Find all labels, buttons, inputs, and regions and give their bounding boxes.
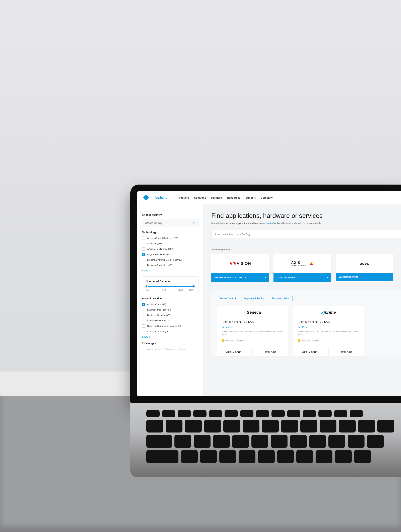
laptop-mockup: milestone Products Solutions Partners Re… bbox=[130, 184, 401, 477]
checkbox-icon bbox=[142, 330, 145, 333]
filter-tags: Access Control Augmented Reality Find lo… bbox=[217, 296, 401, 301]
laptop-keyboard bbox=[130, 403, 401, 477]
product-desc: Prevent Vandalism | Prevent Vandalism | … bbox=[298, 330, 359, 336]
filter-sidebar: Choose country Choose Country Technology… bbox=[137, 204, 203, 396]
product-desc: Prevent Vandalism | Prevent Vandalism | … bbox=[222, 330, 283, 336]
nav-company[interactable]: Company bbox=[261, 196, 272, 199]
partner-band[interactable]: HIKVISION IPSAN STORAGE › bbox=[211, 273, 269, 282]
brand-logo[interactable]: milestone bbox=[144, 195, 168, 200]
slider-ticks: <20 - <100 - <1000 1000+ bbox=[146, 289, 195, 291]
seneca-logo: Seneca bbox=[217, 306, 288, 319]
hikvision-logo: HIKVISION bbox=[211, 253, 269, 273]
camera-slider-card: Number of Cameras <20 - <100 - bbox=[142, 276, 199, 293]
challenges-label: Challenges bbox=[142, 342, 199, 345]
tech-item[interactable]: Access Control Systems (135) bbox=[142, 236, 199, 240]
chevron-right-icon: › bbox=[327, 276, 328, 279]
cert-row: ✓ Milestone Certified bbox=[222, 339, 283, 342]
slider-thumb-min[interactable] bbox=[145, 285, 148, 287]
partner-card-advancis[interactable]: advc WINGUARD PSIM bbox=[336, 253, 393, 282]
tech-show-all[interactable]: Show all bbox=[142, 269, 199, 272]
nav-resources[interactable]: Resources bbox=[227, 196, 240, 199]
technology-label: Technology bbox=[142, 231, 199, 234]
product-title: Balto R3 LG Series NVR bbox=[222, 320, 283, 324]
checkbox-icon bbox=[142, 319, 145, 322]
get-in-touch-button[interactable]: GET IN TOUCH bbox=[293, 348, 329, 356]
product-card-seneca[interactable]: Seneca Balto R3 LG Series NVR By Seneca … bbox=[217, 306, 288, 356]
product-card-xprime[interactable]: x)prime Balto R3 LG Series NVR By XPrime… bbox=[293, 306, 364, 356]
tag-augmented-reality[interactable]: Augmented Reality bbox=[241, 296, 266, 301]
nav-products[interactable]: Products bbox=[178, 196, 189, 199]
area-item[interactable]: Access Control (2) bbox=[142, 303, 199, 306]
area-item[interactable]: Cloud and Managed Services (0) bbox=[142, 324, 199, 328]
results-block: Access Control Augmented Reality Find lo… bbox=[211, 290, 401, 356]
checkbox-icon bbox=[142, 314, 145, 317]
advancis-logo: advc bbox=[336, 253, 393, 273]
tag-find-lost-children[interactable]: Find lost children bbox=[269, 296, 293, 301]
camera-slider[interactable] bbox=[146, 286, 194, 287]
checkbox-icon bbox=[142, 242, 145, 245]
checkbox-checked-icon bbox=[142, 253, 145, 256]
product-row: Seneca Balto R3 LG Series NVR By Seneca … bbox=[217, 306, 401, 356]
axis-logo: AXISCOMMUNICATIONS bbox=[274, 253, 331, 273]
tech-item[interactable]: Building Systems (164) Reality (9) bbox=[142, 258, 199, 261]
search-input[interactable]: Insert name, brand or technology bbox=[211, 230, 401, 239]
xprime-logo: x)prime bbox=[293, 306, 364, 319]
partner-band[interactable]: WINGUARD PSIM bbox=[336, 273, 393, 281]
product-title: Balto R3 LG Series NVR bbox=[298, 320, 359, 324]
area-list: Access Control (2) Business Intelligence… bbox=[142, 303, 199, 333]
page-subtitle: Marketplace includes applications and ha… bbox=[211, 222, 401, 225]
checkbox-icon bbox=[142, 324, 145, 328]
slider-title: Number of Cameras bbox=[146, 280, 195, 283]
partner-band[interactable]: AXIS OPTIMIZER › bbox=[274, 273, 331, 282]
verified-link[interactable]: verified bbox=[265, 222, 274, 225]
partner-card-hikvision[interactable]: HIKVISION HIKVISION IPSAN STORAGE › bbox=[211, 253, 269, 282]
nav-support[interactable]: Support bbox=[246, 196, 256, 199]
country-select[interactable]: Choose Country bbox=[142, 219, 199, 227]
area-show-all[interactable]: Show all bbox=[142, 336, 199, 338]
nav-partners[interactable]: Partners bbox=[211, 196, 222, 199]
challenges-list: Assist people in finding their vehicles bbox=[142, 348, 199, 351]
checkbox-icon bbox=[142, 348, 145, 351]
country-select-value: Choose Country bbox=[145, 222, 163, 224]
product-by-link[interactable]: By Seneca bbox=[222, 326, 283, 328]
tag-access-control[interactable]: Access Control bbox=[217, 296, 238, 301]
page-title: Find applications, hardware or services bbox=[211, 212, 401, 219]
get-in-touch-button[interactable]: GET IN TOUCH bbox=[217, 348, 253, 356]
area-label: Area of practice bbox=[142, 297, 199, 300]
checkbox-icon bbox=[142, 308, 145, 311]
checkbox-icon bbox=[142, 264, 145, 267]
brand-name: milestone bbox=[150, 196, 168, 200]
chevron-down-icon bbox=[192, 222, 195, 224]
certified-badge-icon: ✓ bbox=[222, 339, 225, 342]
area-item[interactable]: Central Monitoring (4) bbox=[142, 319, 199, 322]
area-item[interactable]: Business Intelligence (0) bbox=[142, 308, 199, 311]
axis-triangle-icon bbox=[309, 262, 313, 265]
product-by-link[interactable]: By XPrime bbox=[298, 326, 359, 328]
checkbox-icon bbox=[142, 258, 145, 261]
promoted-partners-row: HIKVISION HIKVISION IPSAN STORAGE › bbox=[211, 253, 401, 282]
country-label: Choose country bbox=[142, 213, 199, 216]
explore-button[interactable]: EXPLORE bbox=[329, 348, 364, 356]
checkbox-icon bbox=[142, 247, 145, 251]
tech-item[interactable]: Displays & Machines (8) bbox=[142, 264, 199, 267]
challenges-item[interactable]: Assist people in finding their vehicles bbox=[142, 348, 199, 351]
technology-list: Access Control Systems (135) Analytics (… bbox=[142, 236, 199, 267]
chevron-right-icon: › bbox=[265, 276, 266, 279]
promoted-label: Promoted partners bbox=[211, 248, 231, 251]
certified-badge-icon: ✓ bbox=[298, 339, 301, 342]
nav-solutions[interactable]: Solutions bbox=[194, 196, 206, 199]
main-content: Find applications, hardware or services … bbox=[203, 204, 401, 396]
checkbox-icon bbox=[142, 236, 145, 240]
partner-card-axis[interactable]: AXISCOMMUNICATIONS AXIS OPTIMIZER › bbox=[274, 253, 331, 282]
cert-row: ✓ Milestone Certified bbox=[298, 339, 359, 342]
tech-item[interactable]: Analytics (280) bbox=[142, 242, 199, 245]
logo-diamond-icon bbox=[143, 194, 149, 201]
tech-item[interactable]: Augmented Reality (47) bbox=[142, 253, 199, 256]
checkbox-checked-icon bbox=[142, 303, 145, 306]
top-nav: milestone Products Solutions Partners Re… bbox=[137, 191, 401, 204]
area-item[interactable]: Business Solutions (3) bbox=[142, 314, 199, 317]
slider-thumb-max[interactable] bbox=[193, 285, 195, 287]
area-item[interactable]: Communications (0) bbox=[142, 330, 199, 333]
explore-button[interactable]: EXPLORE bbox=[253, 348, 288, 356]
tech-item[interactable]: Artificial Intelligence (167) bbox=[142, 247, 199, 251]
